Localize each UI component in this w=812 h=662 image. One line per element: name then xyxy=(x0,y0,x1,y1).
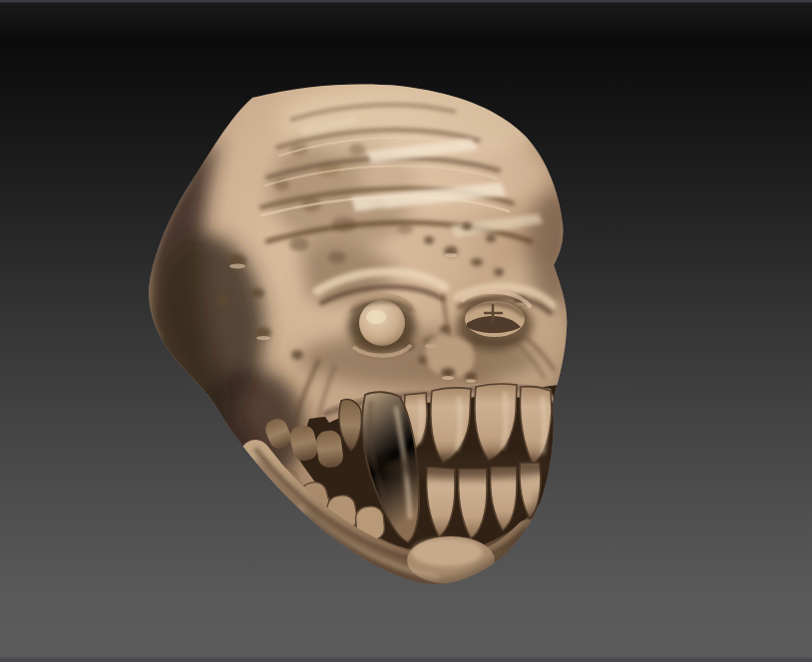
teeth-gap-shadow xyxy=(379,455,559,479)
monster-head-sculpt xyxy=(0,0,812,662)
sculpt-viewport-canvas[interactable] xyxy=(0,0,812,662)
